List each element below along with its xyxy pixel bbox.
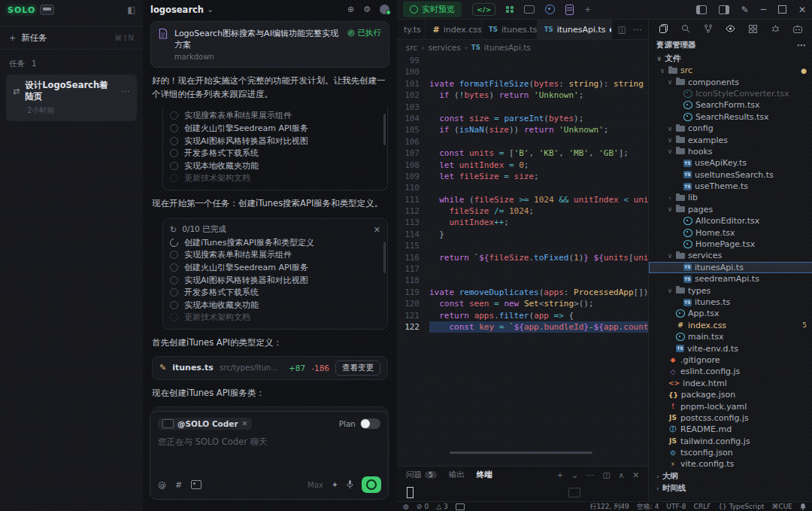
- image-attach-icon[interactable]: [191, 480, 201, 489]
- scrollbar-thumb[interactable]: [383, 114, 386, 145]
- tree-item-itunes.ts[interactable]: TSitunes.ts: [649, 297, 812, 308]
- browser-icon[interactable]: [545, 5, 555, 14]
- bug-icon[interactable]: [771, 24, 780, 33]
- more-icon[interactable]: ⋯: [797, 41, 805, 50]
- extensions-icon[interactable]: [749, 25, 757, 33]
- cue-indicator[interactable]: ⌘CUE: [771, 503, 792, 510]
- tree-item-README.md[interactable]: ⓘREADME.md: [649, 424, 812, 435]
- code-line[interactable]: 110: [397, 182, 648, 193]
- search-icon[interactable]: [681, 24, 690, 33]
- minimize-button[interactable]: ─: [761, 5, 766, 15]
- tree-item-index.html[interactable]: <>index.html: [649, 378, 812, 389]
- edit-layout-icon[interactable]: ✎: [741, 5, 749, 15]
- grid-view-icon[interactable]: [506, 6, 514, 14]
- file-diff-card[interactable]: ✎ itunes.ts src/types/itunes.ts +87 -186…: [152, 356, 388, 380]
- tree-item-Home.tsx[interactable]: Home.tsx: [649, 227, 812, 238]
- breadcrumb[interactable]: src› services› TS itunesApi.ts: [397, 40, 648, 55]
- new-terminal-icon[interactable]: +: [556, 470, 563, 479]
- max-mode-label[interactable]: Max: [308, 481, 323, 489]
- mic-icon[interactable]: [347, 480, 353, 489]
- tree-item-index.css[interactable]: #index.css5: [649, 320, 812, 331]
- plan-toggle[interactable]: [360, 418, 380, 429]
- code-line[interactable]: 120 const seen = new Set<string>();: [397, 298, 648, 309]
- code-line[interactable]: 121 return apps.filter(app => {: [397, 310, 648, 321]
- tree-item-package.json[interactable]: {}package.json: [649, 389, 812, 400]
- code-line[interactable]: 104 const size = parseInt(bytes);: [397, 113, 648, 124]
- code-line[interactable]: 115: [397, 240, 648, 251]
- code-line[interactable]: 114 }: [397, 229, 648, 240]
- encoding[interactable]: UTF-8: [666, 503, 686, 510]
- ports-icon[interactable]: [456, 503, 465, 510]
- context-hash-icon[interactable]: #: [175, 481, 182, 489]
- tree-item-types[interactable]: ∨types: [649, 284, 812, 296]
- code-area[interactable]: 99100101ivate formatFileSize(bytes: stri…: [397, 55, 648, 466]
- new-chat-icon[interactable]: ⊕: [347, 5, 354, 14]
- tree-item-itunesApi.ts[interactable]: TSitunesApi.ts: [649, 262, 812, 273]
- tree-item-services[interactable]: ∨services: [649, 250, 812, 261]
- warnings-indicator[interactable]: △3: [436, 503, 448, 510]
- remove-chip-icon[interactable]: ✕: [242, 420, 248, 427]
- tree-item-main.tsx[interactable]: main.tsx: [649, 331, 812, 342]
- eol[interactable]: CRLF: [694, 503, 711, 510]
- tree-item-postcss.config.js[interactable]: JSpostcss.config.js: [649, 412, 812, 424]
- tree-item-eslint.config.js[interactable]: ◇eslint.config.js: [649, 366, 812, 377]
- code-view-icon[interactable]: </>: [472, 3, 495, 16]
- tree-item-lib[interactable]: ›lib: [649, 192, 812, 203]
- doc-card[interactable]: LogoSearch图标搜索与AI编辑功能完整实现方案 markdown ✓ 已…: [150, 21, 389, 68]
- tree-item-tsconfig.json[interactable]: ⚙tsconfig.json: [649, 447, 812, 458]
- code-line[interactable]: 111 while (fileSize >= 1024 && unitIndex…: [397, 194, 648, 205]
- chevron-down-icon[interactable]: ⌄: [207, 5, 214, 14]
- panel-up-icon[interactable]: ∧: [619, 470, 625, 479]
- tree-item-config[interactable]: ∨config: [649, 123, 812, 134]
- tree-item-useItunesSearch.ts[interactable]: TSuseItunesSearch.ts: [649, 169, 812, 181]
- errors-indicator[interactable]: ⊘0: [417, 503, 429, 510]
- tree-item-AIIconEditor.tsx[interactable]: AIIconEditor.tsx: [649, 215, 812, 227]
- tree-item-tailwind.config.js[interactable]: JStailwind.config.js: [649, 436, 812, 447]
- task-menu-icon[interactable]: ⋯: [122, 86, 131, 96]
- scrollbar-thumb[interactable]: [383, 242, 386, 273]
- more-icon[interactable]: ⋯: [634, 24, 643, 35]
- tree-item-seedreamApi.ts[interactable]: TSseedreamApi.ts: [649, 273, 812, 284]
- timeline-section-header[interactable]: › 时间线: [649, 482, 812, 494]
- code-line[interactable]: 107 const units = ['B', 'KB', 'MB', 'GB'…: [397, 148, 648, 159]
- code-line[interactable]: 122 const key = `${app.bundleId}-${app.c…: [397, 321, 648, 333]
- tree-item-SearchForm.tsx[interactable]: SearchForm.tsx: [649, 99, 812, 111]
- cursor-position[interactable]: 行122, 列49: [589, 502, 629, 511]
- tree-item-HomePage.tsx[interactable]: HomePage.tsx: [649, 239, 812, 250]
- task-card[interactable]: ⇄ 设计LogoSearch着陆页 ⋯ 2小时前: [6, 75, 137, 121]
- refresh-icon[interactable]: ↻: [170, 226, 177, 234]
- code-line[interactable]: 99: [397, 55, 648, 66]
- avatar[interactable]: [380, 5, 389, 14]
- collapse-sidebar-icon[interactable]: ◧: [127, 5, 135, 15]
- code-line[interactable]: 102 if (!bytes) return 'Unknown';: [397, 90, 648, 101]
- code-line[interactable]: 112 fileSize /= 1024;: [397, 205, 648, 217]
- editor-tab-ty.ts[interactable]: ty.ts: [397, 20, 426, 39]
- panel-left-icon[interactable]: [696, 5, 707, 14]
- tree-item-useApiKey.ts[interactable]: TSuseApiKey.ts: [649, 157, 812, 169]
- window-view-icon[interactable]: [524, 5, 535, 14]
- tree-item-pages[interactable]: ∨pages: [649, 204, 812, 215]
- editor-tab-itunesApi.ts[interactable]: TSitunesApi.ts●: [538, 20, 612, 39]
- tree-item-App.tsx[interactable]: App.tsx: [649, 308, 812, 319]
- code-line[interactable]: 105 if (isNaN(size)) return 'Unknown';: [397, 124, 648, 135]
- tab-terminal[interactable]: 终端: [477, 470, 492, 480]
- code-line[interactable]: 108 let unitIndex = 0;: [397, 160, 648, 171]
- indentation[interactable]: 空格: 4: [637, 502, 659, 511]
- tree-item-IconStyleConverter.tsx[interactable]: IconStyleConverter.tsx: [649, 88, 812, 99]
- chat-input[interactable]: 您正在与 SOLO Coder 聊天: [158, 436, 380, 448]
- send-button[interactable]: [362, 476, 381, 493]
- chevron-down-icon[interactable]: ⌄: [571, 470, 578, 479]
- code-line[interactable]: 117: [397, 263, 648, 275]
- maximize-button[interactable]: [778, 5, 786, 14]
- editor-tab-itunes.ts[interactable]: TSitunes.ts: [482, 20, 538, 39]
- document-icon[interactable]: [565, 5, 574, 15]
- code-line[interactable]: 106: [397, 136, 648, 148]
- code-line[interactable]: 101ivate formatFileSize(bytes: string): …: [397, 78, 648, 90]
- close-icon[interactable]: ✕: [374, 226, 380, 234]
- close-panel-icon[interactable]: ✕: [632, 470, 639, 479]
- new-task-button[interactable]: + 新任务 ⌘⇧N: [0, 26, 143, 50]
- tree-item-vite-env.d.ts[interactable]: TSvite-env.d.ts: [649, 342, 812, 354]
- tree-item-.gitignore[interactable]: ◆.gitignore: [649, 354, 812, 366]
- ai-assistant-icon[interactable]: [793, 25, 802, 33]
- code-line[interactable]: 109 let fileSize = size;: [397, 171, 648, 182]
